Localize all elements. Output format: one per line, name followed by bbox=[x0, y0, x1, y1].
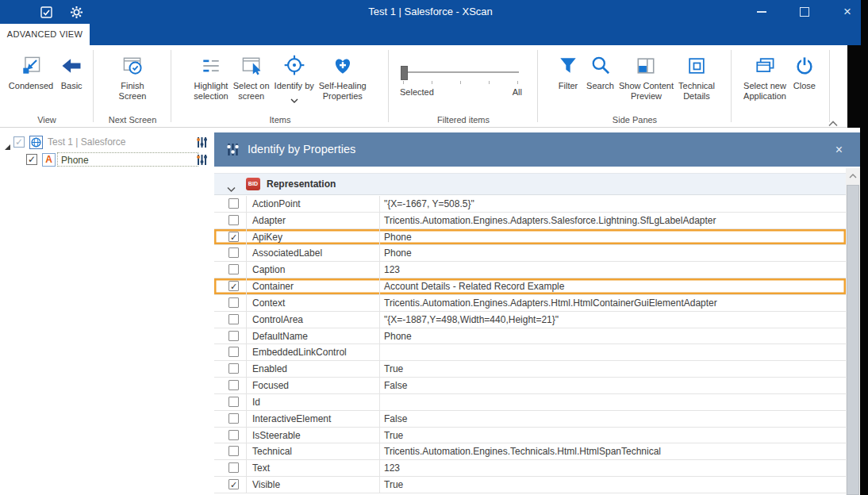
collapse-ribbon-icon[interactable] bbox=[828, 116, 839, 124]
identify-by-button[interactable]: Identify by bbox=[275, 52, 314, 106]
ribbon-group-next-screen: FinishScreenNext Screen bbox=[94, 45, 171, 127]
property-name: Caption bbox=[252, 262, 285, 278]
section-representation[interactable]: BID Representation bbox=[214, 173, 846, 195]
item-name-field[interactable]: Phone bbox=[57, 152, 198, 167]
button-label: Close bbox=[793, 81, 816, 91]
ribbon-tab-row: ADVANCED VIEW bbox=[0, 24, 861, 45]
ribbon-group-application: Select newApplicationClose bbox=[732, 45, 830, 127]
finish-screen-button[interactable]: FinishScreen bbox=[119, 52, 147, 102]
close-application-button[interactable]: Close bbox=[791, 52, 818, 91]
checkbox-checked[interactable]: ✓ bbox=[229, 479, 239, 489]
checkbox-unchecked[interactable] bbox=[229, 446, 239, 456]
phone-checkbox[interactable]: ✓ bbox=[26, 154, 37, 165]
chevron-down-icon[interactable] bbox=[227, 182, 236, 188]
expander-icon[interactable] bbox=[3, 140, 11, 148]
condensed-button[interactable]: Condensed bbox=[9, 52, 53, 91]
property-value: Tricentis.Automation.Engines.Adapters.Ht… bbox=[384, 295, 717, 311]
checkbox-unchecked[interactable] bbox=[229, 380, 239, 390]
button-label: Highlightselection bbox=[194, 81, 228, 102]
filter-button[interactable]: Filter bbox=[555, 52, 582, 91]
property-row-id[interactable]: Id bbox=[214, 394, 846, 411]
select-new-application-button[interactable]: Select newApplication bbox=[743, 52, 786, 102]
property-name: AssociatedLabel bbox=[252, 245, 322, 261]
property-row-container[interactable]: ✓ContainerAccount Details - Related Reco… bbox=[214, 278, 846, 295]
checkbox-unchecked[interactable] bbox=[229, 430, 239, 440]
property-row-actionpoint[interactable]: ActionPoint"{X=-1667, Y=508.5}" bbox=[214, 196, 846, 213]
property-value: True bbox=[384, 477, 403, 493]
ribbon-group-view: CondensedBasicView bbox=[0, 45, 94, 127]
panel-close-icon[interactable]: × bbox=[835, 132, 843, 167]
checkbox-unchecked[interactable] bbox=[229, 347, 239, 357]
close-button[interactable]: × bbox=[830, 0, 865, 24]
property-row-enabled[interactable]: EnabledTrue bbox=[214, 361, 846, 378]
property-row-context[interactable]: ContextTricentis.Automation.Engines.Adap… bbox=[214, 295, 846, 312]
filtered-items-slider[interactable]: Selected All bbox=[389, 45, 538, 125]
checkbox-unchecked[interactable] bbox=[229, 314, 239, 324]
checkbox-unchecked[interactable] bbox=[229, 198, 239, 209]
tab-advanced-view[interactable]: ADVANCED VIEW bbox=[0, 24, 90, 45]
checkbox-unchecked[interactable] bbox=[229, 462, 239, 473]
slider-tick bbox=[460, 81, 461, 84]
ribbon-group-items: HighlightselectionSelect onscreenIdentif… bbox=[171, 45, 389, 127]
property-value: Phone bbox=[384, 245, 412, 261]
slider-tick bbox=[489, 81, 490, 84]
show-content-preview-button[interactable]: Show ContentPreview bbox=[619, 52, 674, 102]
technical-details-button[interactable]: TechnicalDetails bbox=[678, 52, 715, 102]
close-application-icon bbox=[791, 52, 818, 79]
basic-button[interactable]: Basic bbox=[58, 52, 85, 91]
panel-header: Identify by Properties × bbox=[214, 132, 860, 167]
self-healing-properties-button[interactable]: Self-HealingProperties bbox=[319, 52, 367, 102]
slider-track[interactable] bbox=[403, 71, 519, 73]
checkbox-unchecked[interactable] bbox=[229, 264, 239, 274]
minimize-button[interactable] bbox=[744, 0, 779, 24]
property-row-visible[interactable]: ✓VisibleTrue bbox=[214, 477, 846, 493]
checkbox-unchecked[interactable] bbox=[229, 215, 239, 225]
chevron-down-icon[interactable] bbox=[290, 92, 298, 106]
property-row-apikey[interactable]: ✓ApiKeyPhone bbox=[214, 229, 846, 246]
checkbox-unchecked[interactable] bbox=[229, 397, 239, 407]
identify-by-properties-icon[interactable] bbox=[195, 136, 209, 149]
property-row-defaultname[interactable]: DefaultNamePhone bbox=[214, 328, 846, 345]
checkbox-unchecked[interactable] bbox=[229, 363, 239, 374]
property-value: Account Details - Related Record Example bbox=[384, 278, 564, 294]
select-on-screen-icon bbox=[238, 52, 265, 79]
select-on-screen-button[interactable]: Select onscreen bbox=[233, 52, 270, 102]
button-label: TechnicalDetails bbox=[678, 81, 715, 102]
checkbox-unchecked[interactable] bbox=[229, 331, 239, 341]
scrollbar[interactable] bbox=[846, 168, 860, 495]
checkbox-unchecked[interactable] bbox=[229, 297, 239, 308]
window-title: Test 1 | Salesforce - XScan bbox=[0, 0, 861, 24]
button-label: Show ContentPreview bbox=[619, 81, 674, 102]
property-row-embeddedlinkcontrol[interactable]: EmbeddedLinkControl bbox=[214, 344, 846, 361]
property-row-caption[interactable]: Caption123 bbox=[214, 262, 846, 278]
search-button[interactable]: Search bbox=[586, 52, 614, 91]
property-row-controlarea[interactable]: ControlArea"{X=-1887,Y=498,Width=440,Hei… bbox=[214, 312, 846, 328]
slider-handle[interactable] bbox=[401, 66, 408, 80]
property-row-text[interactable]: Text123 bbox=[214, 460, 846, 477]
property-row-focused[interactable]: FocusedFalse bbox=[214, 378, 846, 394]
property-row-issteerable[interactable]: IsSteerableTrue bbox=[214, 428, 846, 444]
scanned-items-tree: ✓ Test 1 | Salesforce ✓ A Phone bbox=[0, 128, 214, 495]
maximize-button[interactable] bbox=[787, 0, 822, 24]
identify-by-properties-icon[interactable] bbox=[195, 153, 209, 167]
checkbox-checked[interactable]: ✓ bbox=[229, 281, 239, 291]
property-name: Context bbox=[252, 295, 285, 311]
root-label[interactable]: Test 1 | Salesforce bbox=[48, 136, 126, 148]
property-row-adapter[interactable]: AdapterTricentis.Automation.Engines.Adap… bbox=[214, 213, 846, 229]
button-label: Search bbox=[586, 81, 614, 91]
tree-row-phone[interactable]: ✓ A Phone bbox=[0, 152, 214, 169]
scroll-up-icon[interactable] bbox=[846, 170, 860, 182]
highlight-selection-button[interactable]: Highlightselection bbox=[194, 52, 228, 102]
group-label: Side Panes bbox=[538, 115, 732, 125]
grid-column-divider bbox=[246, 196, 247, 493]
scrollbar-thumb[interactable] bbox=[847, 185, 859, 495]
root-checkbox[interactable]: ✓ bbox=[13, 136, 25, 148]
property-row-technical[interactable]: TechnicalTricentis.Automation.Engines.Te… bbox=[214, 443, 846, 460]
group-label: View bbox=[0, 115, 94, 125]
checkbox-checked[interactable]: ✓ bbox=[229, 232, 239, 242]
checkbox-unchecked[interactable] bbox=[229, 413, 239, 424]
checkbox-unchecked[interactable] bbox=[229, 248, 239, 258]
property-row-interactiveelement[interactable]: InteractiveElementFalse bbox=[214, 411, 846, 428]
property-row-associatedlabel[interactable]: AssociatedLabelPhone bbox=[214, 245, 846, 262]
tree-row-root[interactable]: ✓ Test 1 | Salesforce bbox=[0, 134, 214, 152]
